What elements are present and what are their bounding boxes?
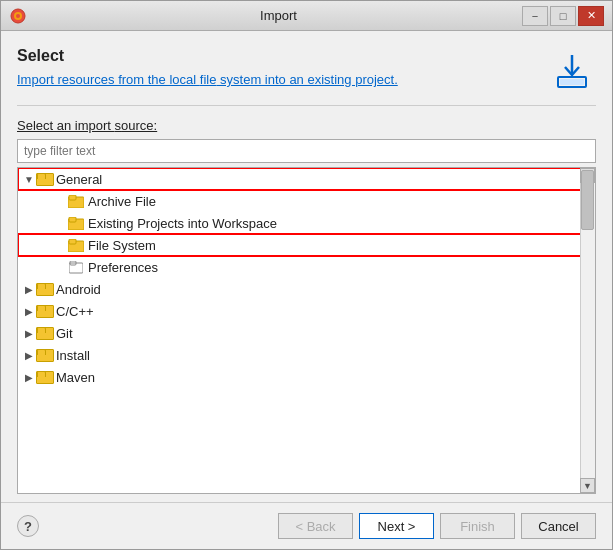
svg-rect-7 <box>69 195 76 200</box>
tree-label-git: Git <box>56 326 73 341</box>
content-area: Select Import resources from the local f… <box>1 31 612 502</box>
next-button[interactable]: Next > <box>359 513 434 539</box>
tree-label-general: General <box>56 172 102 187</box>
tree-label-install: Install <box>56 348 90 363</box>
folder-icon-maven <box>36 371 52 384</box>
description-prefix: Import resources from the local <box>17 72 200 87</box>
close-button[interactable]: ✕ <box>578 6 604 26</box>
tree-label-filesys: File System <box>88 238 156 253</box>
svg-rect-4 <box>560 79 584 85</box>
svg-point-2 <box>16 14 20 18</box>
cancel-button[interactable]: Cancel <box>521 513 596 539</box>
description-suffix: system into an existing project. <box>216 72 397 87</box>
tree-label-existing: Existing Projects into Workspace <box>88 216 277 231</box>
folder-icon-prefs <box>68 261 84 274</box>
tree-item-general[interactable]: ▼ General <box>18 168 595 190</box>
button-bar: ? < Back Next > Finish Cancel <box>1 502 612 549</box>
expand-arrow-general[interactable]: ▼ <box>22 172 36 186</box>
tree-label-android: Android <box>56 282 101 297</box>
description-link: file <box>200 72 217 87</box>
finish-button[interactable]: Finish <box>440 513 515 539</box>
window-icon <box>9 7 27 25</box>
tree-item-existing-projects[interactable]: ▶ Existing Projects into Workspace <box>18 212 595 234</box>
tree-label-archive: Archive File <box>88 194 156 209</box>
folder-icon-existing <box>68 217 84 230</box>
page-title: Select <box>17 47 532 65</box>
minimize-button[interactable]: − <box>522 6 548 26</box>
expand-arrow-maven[interactable]: ▶ <box>22 370 36 384</box>
expand-arrow-cpp[interactable]: ▶ <box>22 304 36 318</box>
expand-arrow-git[interactable]: ▶ <box>22 326 36 340</box>
tree-label-maven: Maven <box>56 370 95 385</box>
section-label: Select an import source: <box>17 118 596 133</box>
import-icon <box>548 47 596 95</box>
tree-label-cpp: C/C++ <box>56 304 94 319</box>
svg-rect-9 <box>69 217 76 222</box>
tree-item-archive-file[interactable]: ▶ Archive File <box>18 190 595 212</box>
folder-icon-general <box>36 173 52 186</box>
scroll-down-button[interactable]: ▼ <box>580 478 595 493</box>
tree-item-install[interactable]: ▶ Install <box>18 344 595 366</box>
folder-icon-git <box>36 327 52 340</box>
import-dialog: Import − □ ✕ Select Import resources fro… <box>0 0 613 550</box>
folder-icon-install <box>36 349 52 362</box>
svg-rect-11 <box>69 239 76 244</box>
tree-item-cpp[interactable]: ▶ C/C++ <box>18 300 595 322</box>
folder-icon-archive <box>68 195 84 208</box>
window-controls: − □ ✕ <box>522 6 604 26</box>
folder-icon-android <box>36 283 52 296</box>
tree-item-file-system[interactable]: ▶ File System <box>18 234 595 256</box>
page-description: Import resources from the local file sys… <box>17 71 532 89</box>
restore-button[interactable]: □ <box>550 6 576 26</box>
folder-icon-cpp <box>36 305 52 318</box>
tree-item-android[interactable]: ▶ Android <box>18 278 595 300</box>
page-header: Select Import resources from the local f… <box>17 47 596 106</box>
scrollbar-thumb[interactable] <box>581 170 594 230</box>
scrollbar-track: ▲ ▼ <box>580 168 595 493</box>
back-button[interactable]: < Back <box>278 513 353 539</box>
tree-item-maven[interactable]: ▶ Maven <box>18 366 595 388</box>
expand-arrow-install[interactable]: ▶ <box>22 348 36 362</box>
folder-icon-filesys <box>68 239 84 252</box>
tree-item-preferences[interactable]: ▶ Preferences <box>18 256 595 278</box>
filter-input[interactable] <box>17 139 596 163</box>
header-text: Select Import resources from the local f… <box>17 47 532 89</box>
help-button[interactable]: ? <box>17 515 39 537</box>
tree-label-prefs: Preferences <box>88 260 158 275</box>
tree-item-git[interactable]: ▶ Git <box>18 322 595 344</box>
expand-arrow-android[interactable]: ▶ <box>22 282 36 296</box>
title-bar: Import − □ ✕ <box>1 1 612 31</box>
tree-container[interactable]: ▼ General ▶ Archive File ▶ <box>17 167 596 494</box>
window-title: Import <box>35 8 522 23</box>
